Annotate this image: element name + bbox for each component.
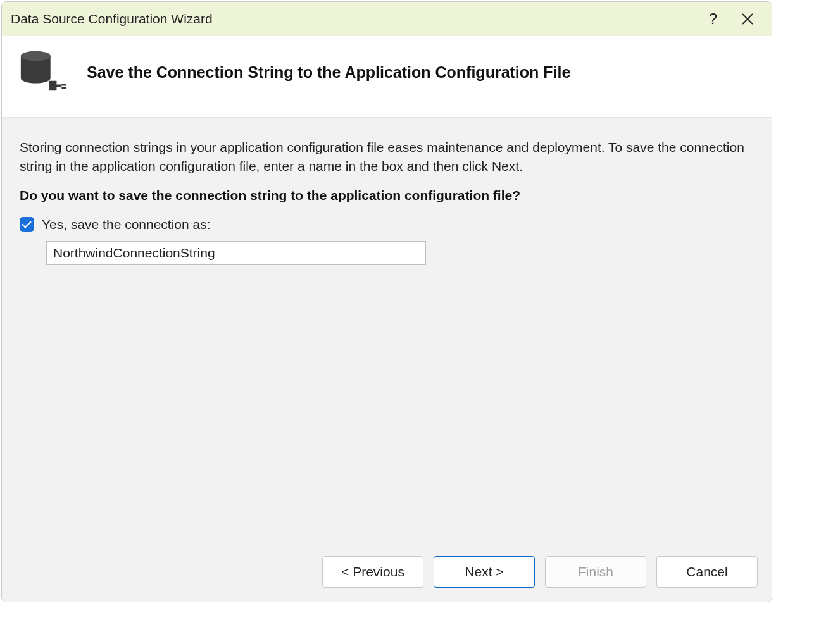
previous-button[interactable]: < Previous [322, 556, 423, 588]
save-connection-label[interactable]: Yes, save the connection as: [42, 217, 211, 232]
next-button[interactable]: Next > [434, 556, 535, 588]
connection-name-input[interactable] [46, 241, 426, 265]
titlebar: Data Source Configuration Wizard ? [2, 2, 772, 36]
description-text: Storing connection strings in your appli… [20, 138, 754, 176]
help-button[interactable]: ? [706, 8, 720, 30]
help-icon: ? [709, 10, 717, 28]
database-connection-icon [17, 50, 68, 94]
question-text: Do you want to save the connection strin… [20, 188, 754, 203]
svg-point-4 [21, 73, 51, 84]
save-connection-row: Yes, save the connection as: [20, 217, 754, 232]
wizard-header: Save the Connection String to the Applic… [2, 36, 772, 118]
footer-buttons: < Previous Next > Finish Cancel [2, 545, 772, 602]
svg-rect-6 [61, 84, 66, 86]
cancel-button[interactable]: Cancel [656, 556, 758, 588]
svg-point-5 [21, 51, 51, 61]
save-connection-checkbox[interactable] [20, 217, 34, 232]
close-icon [741, 13, 754, 25]
content-area: Storing connection strings in your appli… [2, 118, 772, 545]
wizard-window: Data Source Configuration Wizard ? [1, 1, 772, 602]
svg-rect-7 [61, 87, 66, 89]
titlebar-controls: ? [706, 8, 763, 30]
page-title: Save the Connection String to the Applic… [87, 63, 570, 82]
window-title: Data Source Configuration Wizard [11, 11, 706, 27]
finish-button: Finish [545, 556, 646, 588]
close-button[interactable] [739, 10, 756, 28]
